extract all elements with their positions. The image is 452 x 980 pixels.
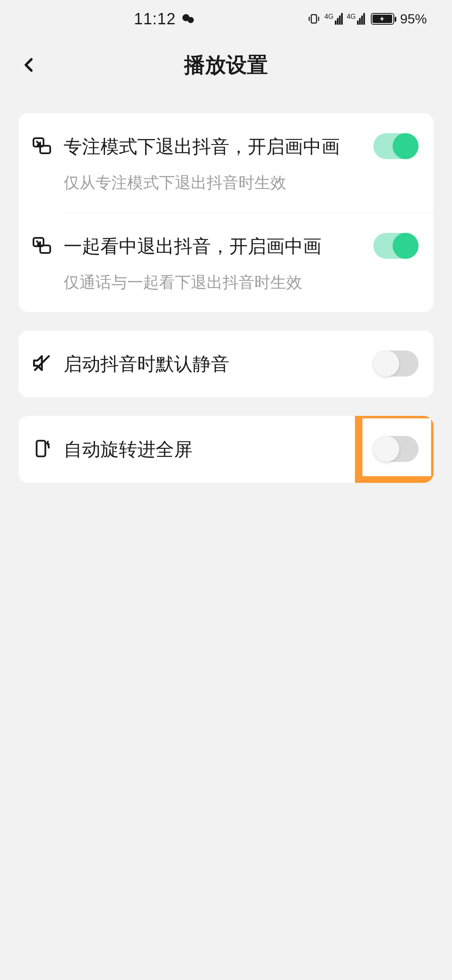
- signal-2-label: 4G: [347, 13, 356, 21]
- svg-point-1: [187, 17, 194, 23]
- setting-desc: 仅从专注模式下退出抖音时生效: [64, 172, 365, 194]
- back-button[interactable]: [17, 52, 42, 77]
- page-title: 播放设置: [184, 51, 268, 79]
- toggle-watch-together-pip[interactable]: [373, 233, 419, 259]
- settings-group-rotate: 自动旋转进全屏: [18, 416, 434, 483]
- toggle-focus-pip[interactable]: [373, 133, 419, 159]
- status-right: 4G 4G 95%: [308, 11, 427, 27]
- svg-rect-10: [37, 441, 46, 456]
- toggle-default-mute[interactable]: [373, 351, 419, 377]
- setting-item-watch-together-pip[interactable]: 一起看中退出抖音，开启画中画 仅通话与一起看下退出抖音时生效: [18, 213, 434, 312]
- signal-2: 4G: [347, 13, 365, 25]
- setting-desc: 仅通话与一起看下退出抖音时生效: [64, 271, 365, 294]
- svg-rect-2: [311, 15, 317, 23]
- setting-title: 启动抖音时默认静音: [64, 351, 365, 377]
- setting-title: 一起看中退出抖音，开启画中画: [64, 233, 365, 260]
- mute-icon: [30, 351, 54, 375]
- pip-icon: [30, 134, 54, 157]
- wechat-icon: [181, 11, 196, 26]
- battery-percent: 95%: [400, 11, 427, 27]
- signal-1-label: 4G: [324, 13, 333, 21]
- vibrate-icon: [308, 13, 320, 25]
- pip-icon: [30, 234, 54, 257]
- setting-item-auto-rotate[interactable]: 自动旋转进全屏: [18, 416, 434, 483]
- rotate-icon: [30, 437, 54, 460]
- setting-item-focus-pip[interactable]: 专注模式下退出抖音，开启画中画 仅从专注模式下退出抖音时生效: [18, 113, 434, 212]
- setting-item-default-mute[interactable]: 启动抖音时默认静音: [18, 330, 434, 397]
- settings-group-pip: 专注模式下退出抖音，开启画中画 仅从专注模式下退出抖音时生效 一起看中退出抖音，…: [18, 113, 434, 312]
- settings-group-mute: 启动抖音时默认静音: [18, 330, 434, 397]
- setting-title: 专注模式下退出抖音，开启画中画: [64, 133, 365, 160]
- setting-title: 自动旋转进全屏: [64, 436, 365, 463]
- status-time: 11:12: [134, 10, 176, 28]
- settings-content: 专注模式下退出抖音，开启画中画 仅从专注模式下退出抖音时生效 一起看中退出抖音，…: [0, 92, 452, 483]
- toggle-auto-rotate[interactable]: [373, 436, 419, 462]
- status-left: 11:12: [134, 10, 196, 28]
- status-bar: 11:12 4G 4G 95%: [0, 0, 452, 38]
- signal-1: 4G: [324, 13, 342, 25]
- nav-bar: 播放设置: [0, 38, 452, 92]
- battery-icon: [371, 13, 394, 25]
